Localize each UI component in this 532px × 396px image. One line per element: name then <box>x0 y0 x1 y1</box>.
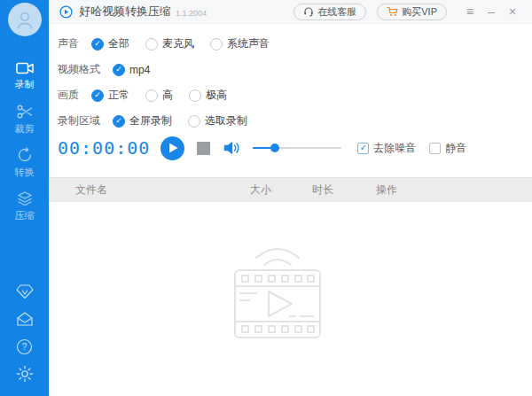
sound-option-microphone[interactable]: 麦克风 <box>145 36 194 51</box>
volume-slider-fill <box>253 147 275 149</box>
app-title: 好哈视频转换压缩 <box>79 4 171 19</box>
region-label: 录制区域 <box>58 113 100 128</box>
region-option-select[interactable]: 选取录制 <box>188 113 247 128</box>
file-table-header: 文件名 大小 时长 操作 <box>49 177 532 202</box>
column-duration: 时长 <box>312 182 376 198</box>
sidebar-item-label: 转换 <box>15 166 35 179</box>
buy-vip-button[interactable]: 购买VIP <box>377 4 447 20</box>
app-logo-icon <box>59 5 73 19</box>
stop-record-button[interactable] <box>197 142 210 155</box>
buy-vip-label: 购买VIP <box>402 5 437 19</box>
vip-diamond-icon[interactable] <box>15 282 35 301</box>
compress-layers-icon <box>17 190 33 206</box>
radio-icon <box>91 89 104 102</box>
sidebar-item-record[interactable]: 录制 <box>0 59 49 93</box>
empty-film-icon <box>223 242 332 348</box>
sidebar-nav: 录制 裁剪 转换 <box>0 59 49 223</box>
app-window: 录制 裁剪 转换 <box>0 0 532 396</box>
checkbox-icon <box>429 143 441 154</box>
radio-icon <box>188 115 200 128</box>
sound-label: 声音 <box>58 36 79 51</box>
region-option-fullscreen[interactable]: 全屏录制 <box>113 113 172 128</box>
person-icon <box>14 9 35 30</box>
sidebar-item-compress[interactable]: 压缩 <box>0 190 49 223</box>
convert-icon <box>17 147 33 163</box>
radio-icon <box>113 115 125 128</box>
settings-gear-icon[interactable] <box>15 364 35 384</box>
record-settings: 声音 全部 麦克风 系统声音 视频格式 mp4 <box>49 24 532 134</box>
main-area: 好哈视频转换压缩 1.1.2004 在线客服 <box>49 0 532 396</box>
quality-setting-row: 画质 正常 高 极高 <box>58 82 532 108</box>
online-support-label: 在线客服 <box>317 5 356 19</box>
format-option-mp4[interactable]: mp4 <box>113 64 150 76</box>
headset-icon <box>303 6 314 17</box>
minimize-button[interactable]: – <box>481 0 502 24</box>
sidebar-item-label: 录制 <box>15 78 35 91</box>
volume-slider[interactable] <box>253 147 341 149</box>
sidebar-item-trim[interactable]: 裁剪 <box>0 103 49 136</box>
sound-option-all[interactable]: 全部 <box>91 36 129 51</box>
user-avatar[interactable] <box>8 3 42 36</box>
titlebar: 好哈视频转换压缩 1.1.2004 在线客服 <box>49 0 532 24</box>
svg-text:?: ? <box>22 342 27 352</box>
sound-option-system[interactable]: 系统声音 <box>210 36 270 51</box>
column-size: 大小 <box>250 182 312 198</box>
quality-option-normal[interactable]: 正常 <box>91 88 129 103</box>
radio-icon <box>210 38 223 50</box>
radio-icon <box>113 64 125 76</box>
record-timer: 00:00:00 <box>58 137 150 159</box>
titlebar-actions: 在线客服 购买VIP ≡ – × <box>293 0 523 24</box>
denoise-checkbox[interactable]: 去除噪音 <box>357 141 416 156</box>
start-record-button[interactable] <box>160 136 184 160</box>
online-support-button[interactable]: 在线客服 <box>293 4 366 20</box>
column-operation: 操作 <box>376 182 532 198</box>
close-button[interactable]: × <box>502 0 523 24</box>
volume-slider-thumb[interactable] <box>270 144 279 152</box>
quality-label: 画质 <box>58 88 79 103</box>
volume-icon[interactable] <box>223 141 241 155</box>
record-camera-icon <box>16 61 34 75</box>
sidebar-item-label: 裁剪 <box>15 122 35 136</box>
radio-icon <box>189 89 201 102</box>
help-icon[interactable]: ? <box>15 337 35 356</box>
quality-option-ultra[interactable]: 极高 <box>189 88 227 103</box>
mute-checkbox[interactable]: 静音 <box>429 141 466 156</box>
region-setting-row: 录制区域 全屏录制 选取录制 <box>58 108 532 134</box>
app-version: 1.1.2004 <box>176 9 207 18</box>
menu-button[interactable]: ≡ <box>459 0 481 24</box>
scissors-icon <box>17 104 33 120</box>
sidebar: 录制 裁剪 转换 <box>0 0 49 396</box>
radio-icon <box>145 89 158 102</box>
radio-icon <box>145 38 158 50</box>
quality-option-high[interactable]: 高 <box>145 88 173 103</box>
file-list-empty-state <box>49 202 532 348</box>
sound-setting-row: 声音 全部 麦克风 系统声音 <box>58 31 532 57</box>
mail-icon[interactable] <box>15 309 35 329</box>
checkbox-icon <box>357 143 369 154</box>
sidebar-item-convert[interactable]: 转换 <box>0 146 49 180</box>
record-controls: 00:00:00 去除噪音 <box>49 134 532 162</box>
column-filename: 文件名 <box>49 182 250 198</box>
cart-icon <box>387 6 398 17</box>
play-icon <box>168 143 178 153</box>
radio-icon <box>91 38 104 50</box>
sidebar-bottom: ? <box>15 282 35 384</box>
format-setting-row: 视频格式 mp4 <box>58 57 532 82</box>
format-label: 视频格式 <box>58 62 100 77</box>
sidebar-item-label: 压缩 <box>15 209 35 222</box>
